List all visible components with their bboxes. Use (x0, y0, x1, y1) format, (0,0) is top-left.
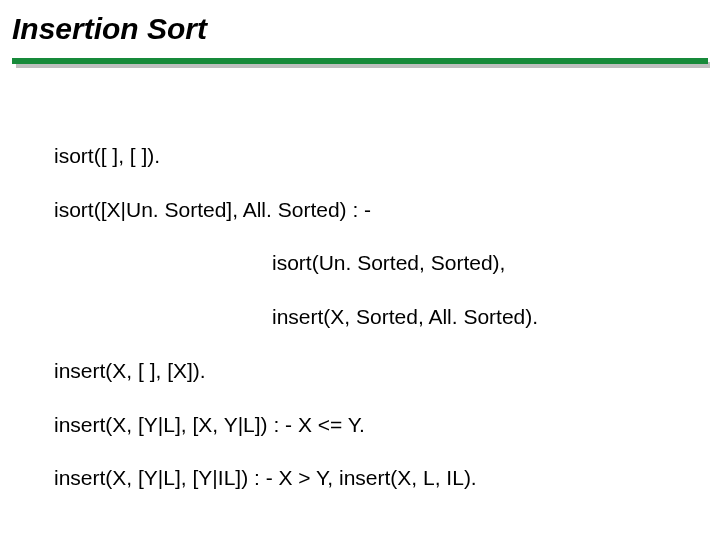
title-rule (12, 58, 708, 68)
title-rule-bar (12, 58, 708, 64)
code-line-6: insert(X, [Y|L], [X, Y|L]) : - X <= Y. (54, 412, 720, 439)
slide-title: Insertion Sort (0, 0, 720, 54)
code-block: isort([ ], [ ]). isort([X|Un. Sorted], A… (0, 68, 720, 540)
code-line-7: insert(X, [Y|L], [Y|IL]) : - X > Y, inse… (54, 465, 720, 492)
code-line-2: isort([X|Un. Sorted], All. Sorted) : - (54, 197, 720, 224)
code-line-5: insert(X, [ ], [X]). (54, 358, 720, 385)
slide: Insertion Sort isort([ ], [ ]). isort([X… (0, 0, 720, 540)
code-line-1: isort([ ], [ ]). (54, 143, 720, 170)
code-line-4: insert(X, Sorted, All. Sorted). (54, 304, 720, 331)
code-line-3: isort(Un. Sorted, Sorted), (54, 250, 720, 277)
